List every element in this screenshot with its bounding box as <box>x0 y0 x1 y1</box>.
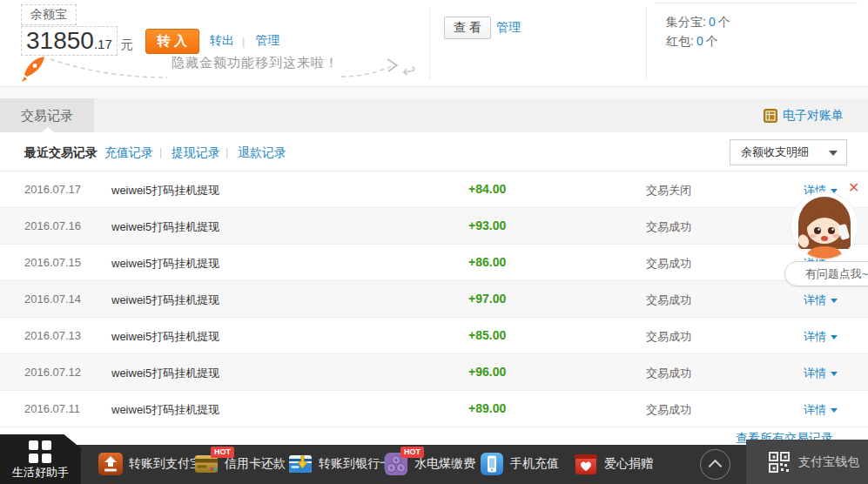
wallet-label: 支付宝钱包 <box>798 454 859 470</box>
row-details-link[interactable]: 详情 <box>804 292 838 308</box>
taskbar-home-tab[interactable]: 生活好助手 <box>0 434 81 484</box>
row-amount: +89.00 <box>468 401 506 415</box>
taskbar-item-transfer-to-bank-card[interactable]: 转账到银行卡 <box>287 451 392 477</box>
row-date: 2016.07.16 <box>24 219 81 232</box>
qr-code-icon <box>768 451 791 474</box>
row-amount: +86.00 <box>468 255 506 269</box>
chevron-down-icon <box>831 408 838 413</box>
table-row: 2016.07.17 weiwei5打码挂机提现 +84.00 交易关闭 详情 <box>0 171 868 208</box>
taskbar-item-transfer-to-alipay[interactable]: 转账到支付宝 <box>98 451 202 477</box>
jifenbao-row: 集分宝:0个 <box>666 15 730 30</box>
row-description: weiwei5打码挂机提现 <box>111 219 219 235</box>
row-status: 交易成功 <box>646 366 691 381</box>
rocket-icon <box>22 57 44 82</box>
taskbar-item-charity-donation[interactable]: 爱心捐赠 <box>573 451 653 477</box>
chevron-down-icon <box>829 151 838 156</box>
recent-records-label: 最近交易记录 <box>24 145 98 161</box>
taskbar: 转账到支付宝 HOT 信用卡还款 转账到银行卡 <box>0 445 868 484</box>
divider: | <box>242 35 245 48</box>
taskbar-item-label: 水电煤缴费 <box>414 456 475 472</box>
taskbar-item-label: 信用卡还款 <box>225 456 286 472</box>
withdraw-records-link[interactable]: 提现记录 <box>172 145 220 161</box>
statement-label: 电子对账单 <box>783 108 844 124</box>
table-row: 2016.07.11 weiwei5打码挂机提现 +89.00 交易成功 详情 <box>0 391 868 427</box>
band-strip <box>0 87 868 98</box>
row-date: 2016.07.15 <box>24 256 81 269</box>
taskbar-item-label: 转账到银行卡 <box>319 456 392 472</box>
divider <box>646 7 647 80</box>
account-summary-section: 余额宝 31850 .17 元 转 入 转出 | 管理 隐藏金额功能移到这来啦！… <box>0 0 868 87</box>
hongbao-label: 红包: <box>666 34 694 48</box>
recharge-records-link[interactable]: 充值记录 <box>104 145 153 161</box>
row-amount: +85.00 <box>468 328 506 342</box>
row-status: 交易成功 <box>646 219 691 235</box>
taskbar-item-phone-recharge[interactable]: 手机充值 <box>479 451 559 477</box>
divider <box>655 3 858 3</box>
record-type-dropdown[interactable]: 余额收支明细 <box>730 139 847 165</box>
row-amount: +97.00 <box>468 292 506 306</box>
row-description: weiwei5打码挂机提现 <box>111 329 219 345</box>
transaction-table: 2016.07.17 weiwei5打码挂机提现 +84.00 交易关闭 详情 … <box>0 171 868 427</box>
alipay-balance-page: 余额宝 31850 .17 元 转 入 转出 | 管理 隐藏金额功能移到这来啦！… <box>0 0 868 484</box>
row-details-link[interactable]: 详情 <box>804 366 838 381</box>
details-label: 详情 <box>804 403 826 416</box>
row-description: weiwei5打码挂机提现 <box>111 256 219 272</box>
row-amount: +96.00 <box>468 365 506 379</box>
jifenbao-label: 集分宝: <box>666 15 706 29</box>
details-label: 详情 <box>804 293 826 306</box>
tab-band: 交易记录 电子对账单 <box>0 98 868 132</box>
yuebao-label[interactable]: 余额宝 <box>21 4 77 25</box>
hongbao-value[interactable]: 0 <box>696 34 703 48</box>
row-details-link[interactable]: 详情 <box>804 402 838 418</box>
transfer-out-link[interactable]: 转出 <box>210 33 234 49</box>
yuebao-manage-link[interactable]: 管理 <box>255 33 279 49</box>
table-row: 2016.07.14 weiwei5打码挂机提现 +97.00 交易成功 详情 <box>0 281 868 318</box>
table-row: 2016.07.15 weiwei5打码挂机提现 +86.00 交易成功 详情 <box>0 245 868 281</box>
row-date: 2016.07.12 <box>24 366 81 379</box>
chevron-down-icon <box>831 299 838 303</box>
alipay-wallet-section[interactable]: 支付宝钱包 <box>746 440 868 484</box>
row-amount: +93.00 <box>468 218 506 232</box>
collapse-taskbar-button[interactable] <box>700 449 730 480</box>
table-row: 2016.07.16 weiwei5打码挂机提现 +93.00 交易成功 详情 <box>0 208 868 245</box>
chevron-down-icon <box>831 372 838 376</box>
chevron-down-icon <box>831 335 838 339</box>
heart-donation-icon <box>573 451 599 477</box>
refund-records-link[interactable]: 退款记录 <box>238 145 286 161</box>
taskbar-item-utilities-payment[interactable]: HOT 水电煤缴费 <box>383 451 475 477</box>
balance-amount-decimal: .17 <box>94 37 112 51</box>
phone-icon <box>479 451 505 477</box>
jifenbao-unit: 个 <box>718 15 730 29</box>
divider: | <box>225 145 228 158</box>
details-label: 详情 <box>804 366 826 380</box>
taskbar-item-credit-card-repay[interactable]: HOT 信用卡还款 <box>193 451 286 477</box>
table-row: 2016.07.13 weiwei5打码挂机提现 +85.00 交易成功 详情 <box>0 318 868 354</box>
transfer-to-alipay-icon <box>98 451 124 477</box>
assistant-tooltip[interactable]: 有问题点我~ <box>784 261 868 286</box>
filter-row: 最近交易记录 充值记录 | 提现记录 | 退款记录 余额收支明细 <box>0 132 868 171</box>
row-description: weiwei5打码挂机提现 <box>111 183 219 198</box>
grid-icon <box>29 440 51 463</box>
view-balance-button[interactable]: 查 看 <box>444 17 491 39</box>
taskbar-item-label: 爱心捐赠 <box>604 456 653 472</box>
row-status: 交易成功 <box>646 329 691 345</box>
details-label: 详情 <box>804 330 826 343</box>
hongbao-unit: 个 <box>706 34 718 48</box>
row-status: 交易成功 <box>646 256 691 272</box>
hot-badge: HOT <box>211 447 234 458</box>
balance-manage-link[interactable]: 管理 <box>496 20 521 36</box>
hongbao-row: 红包:0个 <box>666 34 718 50</box>
hide-amount-hint-text: 隐藏金额功能移到这来啦！ <box>172 55 339 71</box>
row-description: weiwei5打码挂机提现 <box>111 402 219 418</box>
row-status: 交易成功 <box>646 402 691 418</box>
row-date: 2016.07.11 <box>24 402 80 415</box>
row-description: weiwei5打码挂机提现 <box>111 292 219 308</box>
row-details-link[interactable]: 详情 <box>804 329 838 345</box>
e-statement-link[interactable]: 电子对账单 <box>764 108 844 124</box>
row-status: 交易关闭 <box>646 183 691 198</box>
assistant-avatar[interactable] <box>791 192 858 259</box>
divider: | <box>159 145 162 158</box>
row-description: weiwei5打码挂机提现 <box>111 366 219 381</box>
jifenbao-value[interactable]: 0 <box>709 15 716 29</box>
taskbar-item-label: 转账到支付宝 <box>129 456 202 472</box>
